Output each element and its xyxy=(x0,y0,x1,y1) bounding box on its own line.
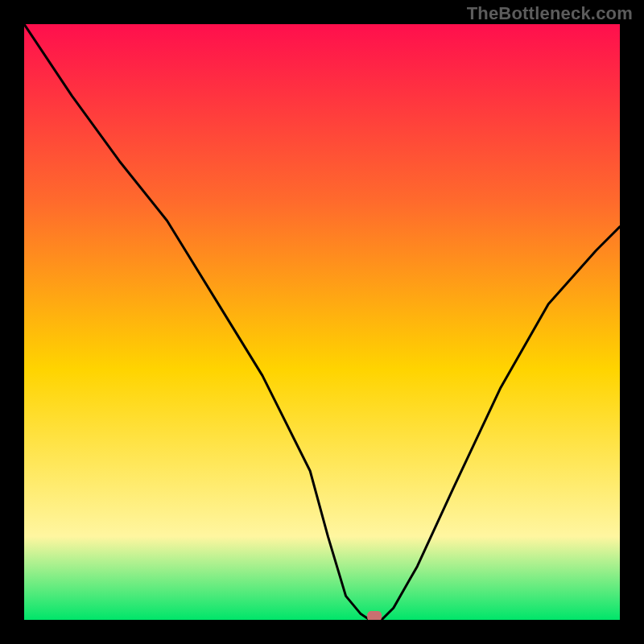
watermark-text: TheBottleneck.com xyxy=(467,3,633,24)
chart-svg xyxy=(24,24,620,620)
valley-marker xyxy=(367,611,382,620)
plot-area xyxy=(24,24,620,620)
chart-frame: TheBottleneck.com xyxy=(0,0,644,644)
gradient-background xyxy=(24,24,620,620)
